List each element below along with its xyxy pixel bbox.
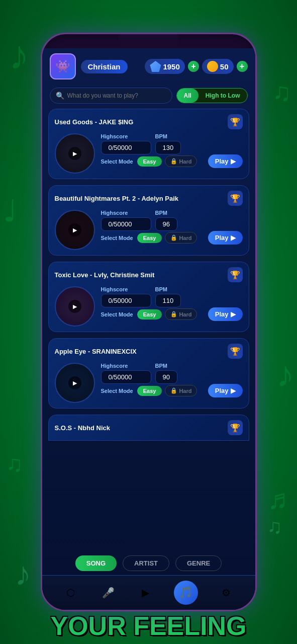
play-overlay-3: ▶ <box>68 300 81 313</box>
mode-label-4: Select Mode <box>101 388 133 394</box>
song-title-row-3: Toxic Love - Lvly, Christine Smit 🏆 <box>49 262 249 282</box>
song-details-4: Highscore 0/50000 BPM 90 Select Mode <box>101 363 243 397</box>
easy-button-2[interactable]: Easy <box>137 233 162 243</box>
song-title-row-1: Used Goods - JAKE $ING 🏆 <box>49 109 249 129</box>
play-button-3[interactable]: Play ▶ <box>208 307 243 321</box>
score-value-2: 0/50000 <box>101 217 151 231</box>
song-card-1: Used Goods - JAKE $ING 🏆 ▶ Highscore 0/5… <box>48 109 249 179</box>
play-button-1[interactable]: Play ▶ <box>208 154 243 168</box>
song-list: Used Goods - JAKE $ING 🏆 ▶ Highscore 0/5… <box>42 109 255 552</box>
song-thumbnail-3[interactable]: ▶ <box>55 286 95 327</box>
tab-mic[interactable]: 🎤 <box>99 584 117 602</box>
coin-currency: 50 <box>202 59 234 74</box>
username-badge: Christian <box>81 60 128 73</box>
score-section-2: Highscore 0/50000 <box>101 210 151 231</box>
diamond-currency: 1950 <box>145 59 184 74</box>
mic-icon: 🎤 <box>99 584 117 602</box>
hard-button-4[interactable]: 🔒 Hard <box>165 385 197 396</box>
filter-all-button[interactable]: All <box>177 89 199 103</box>
coin-value: 50 <box>220 62 229 71</box>
bpm-label-1: BPM <box>155 133 181 139</box>
play-button-2[interactable]: Play ▶ <box>208 231 243 245</box>
mode-row-2: Select Mode Easy 🔒 Hard Play ▶ <box>101 231 243 245</box>
song-thumbnail-2[interactable]: ▶ <box>55 210 95 250</box>
tab-play[interactable]: ▶ <box>136 584 154 602</box>
song-card-2: Beautiful Nightmares Pt. 2 - Adelyn Paik… <box>48 185 249 256</box>
song-thumbnail-4[interactable]: ▶ <box>55 363 95 403</box>
mode-buttons-3: Easy 🔒 Hard <box>137 308 197 320</box>
bpm-section-4: BPM 90 <box>155 363 177 384</box>
song-card-4: Apple Eye - SRANINEXCIX 🏆 ▶ Highscore 0/… <box>48 338 249 409</box>
play-overlay-2: ▶ <box>68 223 81 236</box>
play-icon: ▶ <box>136 584 154 602</box>
home-icon: ⬡ <box>62 584 80 602</box>
score-bpm-row-1: Highscore 0/50000 BPM 130 <box>101 133 243 154</box>
song-card-3: Toxic Love - Lvly, Christine Smit 🏆 ▶ Hi… <box>48 262 249 332</box>
diamond-icon <box>150 61 161 72</box>
hard-button-3[interactable]: 🔒 Hard <box>165 308 197 320</box>
filter-sort-button[interactable]: High to Low <box>199 89 247 103</box>
add-diamond-button[interactable]: + <box>188 61 199 72</box>
category-artist-button[interactable]: ARTIST <box>123 555 169 571</box>
hard-button-2[interactable]: 🔒 Hard <box>165 232 197 244</box>
score-section-4: Highscore 0/50000 <box>101 363 151 384</box>
mode-row-3: Select Mode Easy 🔒 Hard Play ▶ <box>101 307 243 321</box>
easy-button-1[interactable]: Easy <box>137 156 162 167</box>
song-body-1: ▶ Highscore 0/50000 BPM 130 <box>49 129 249 179</box>
score-section-3: Highscore 0/50000 <box>101 286 151 307</box>
avatar-image: 👾 <box>51 54 75 79</box>
search-input[interactable] <box>50 88 172 104</box>
play-button-4[interactable]: Play ▶ <box>208 384 243 397</box>
bpm-value-4: 90 <box>155 370 177 384</box>
tab-settings[interactable]: ⚙ <box>217 584 235 602</box>
play-overlay-1: ▶ <box>68 147 81 160</box>
easy-button-4[interactable]: Easy <box>137 386 162 396</box>
song-thumbnail-1[interactable]: ▶ <box>55 133 95 174</box>
score-value-1: 0/50000 <box>101 141 151 154</box>
header: 👾 Christian 1950 + 50 + <box>42 48 255 85</box>
phone-screen: 👾 Christian 1950 + 50 + 🔍 <box>42 48 255 610</box>
score-label-2: Highscore <box>101 210 151 216</box>
song-body-4: ▶ Highscore 0/50000 BPM 90 <box>49 359 249 408</box>
mode-label-2: Select Mode <box>101 235 133 241</box>
mode-buttons-2: Easy 🔒 Hard <box>137 232 197 244</box>
score-value-4: 0/50000 <box>101 370 151 384</box>
partial-song-title: S.O.S - Nbhd Nick <box>55 424 111 432</box>
trophy-icon-3: 🏆 <box>228 267 243 282</box>
mode-label-1: Select Mode <box>101 158 133 165</box>
bpm-section-3: BPM 110 <box>155 286 181 307</box>
score-bpm-row-3: Highscore 0/50000 BPM 110 <box>101 286 243 307</box>
mode-label-3: Select Mode <box>101 311 133 317</box>
trophy-icon-4: 🏆 <box>228 344 243 359</box>
feeling-text: YOUR FEELING <box>0 613 297 639</box>
search-icon: 🔍 <box>56 92 64 100</box>
tab-music[interactable]: 🎵 <box>174 581 198 605</box>
bpm-value-1: 130 <box>155 141 181 154</box>
add-coin-button[interactable]: + <box>237 61 248 72</box>
trophy-icon-2: 🏆 <box>228 191 243 206</box>
search-wrapper: 🔍 <box>50 88 172 104</box>
score-value-3: 0/50000 <box>101 294 151 307</box>
score-bpm-row-2: Highscore 0/50000 BPM 96 <box>101 210 243 231</box>
mode-row-4: Select Mode Easy 🔒 Hard Play ▶ <box>101 384 243 397</box>
song-details-2: Highscore 0/50000 BPM 96 Select Mode <box>101 210 243 245</box>
trophy-icon-1: 🏆 <box>228 114 243 129</box>
avatar[interactable]: 👾 <box>50 53 76 79</box>
hard-button-1[interactable]: 🔒 Hard <box>165 155 197 167</box>
category-song-button[interactable]: SONG <box>75 555 117 571</box>
mode-buttons-4: Easy 🔒 Hard <box>137 385 197 396</box>
filter-group: All High to Low <box>176 88 248 103</box>
score-label-1: Highscore <box>101 133 151 139</box>
search-filter-row: 🔍 All High to Low <box>42 85 255 109</box>
diamond-value: 1950 <box>163 62 179 71</box>
bpm-label-3: BPM <box>155 286 181 292</box>
song-card-partial: S.O.S - Nbhd Nick 🏆 <box>48 415 249 441</box>
bpm-label-4: BPM <box>155 363 177 369</box>
category-genre-button[interactable]: GENRE <box>175 555 222 571</box>
bpm-section-1: BPM 130 <box>155 133 181 154</box>
bpm-section-2: BPM 96 <box>155 210 177 231</box>
tab-home[interactable]: ⬡ <box>62 584 80 602</box>
easy-button-3[interactable]: Easy <box>137 309 162 319</box>
currency-group: 1950 + 50 + <box>145 59 247 74</box>
phone-notch <box>119 34 179 48</box>
